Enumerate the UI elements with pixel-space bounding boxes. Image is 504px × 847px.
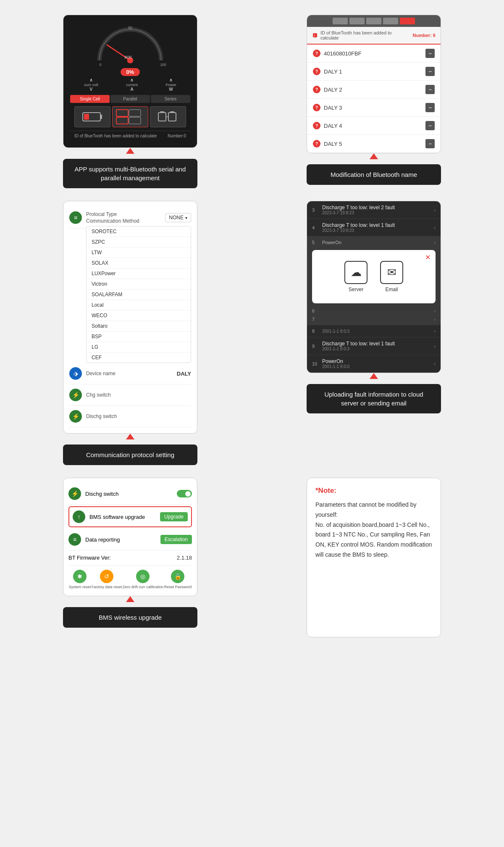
zero-drift-icon: ◎ xyxy=(136,570,150,583)
dropdown-lg[interactable]: LG xyxy=(87,342,191,352)
bt-item-0[interactable]: ? 401608010FBF − xyxy=(307,45,441,63)
battery-single xyxy=(74,106,110,127)
dropdown-solax[interactable]: SOLAX xyxy=(87,258,191,268)
fault-item-3[interactable]: 3 Discharge T too low: level 2 fault 202… xyxy=(307,201,441,219)
dropdown-ltw[interactable]: LTW xyxy=(87,247,191,258)
svg-rect-12 xyxy=(129,117,141,124)
dropdown-local[interactable]: Local xyxy=(87,300,191,310)
proto-type-icon: ≡ xyxy=(69,211,82,224)
phone-frame-1: 0 50 100 SOC 0% ∧ sum volt V ∧ xyxy=(63,15,197,148)
bt-item-1[interactable]: ? DALY 1 − xyxy=(307,63,441,81)
dropdown-szpc[interactable]: SZPC xyxy=(87,237,191,247)
reset-password-item[interactable]: 🔒 Reset Password xyxy=(164,570,192,589)
escalation-btn[interactable]: Escalation xyxy=(160,535,192,544)
fault-item-7[interactable]: 7 › xyxy=(309,315,439,324)
bms-screen: ⚡ Dischg switch ↑ BMS software upgrade U… xyxy=(63,478,197,596)
device-name-row: ⬗ Device name DALY xyxy=(69,363,191,384)
cell-bluetooth-name: ! ID of BlueTooth has been added to calc… xyxy=(252,8,496,195)
bt-item-5[interactable]: ? DALY 5 − xyxy=(307,135,441,153)
cell-multi-bluetooth: 0 50 100 SOC 0% ∧ sum volt V ∧ xyxy=(8,8,252,195)
upload-modal: ✕ ☁ Server ✉ Email xyxy=(312,250,436,303)
dropdown-cef[interactable]: CEF xyxy=(87,352,191,363)
arrow-up-4 xyxy=(370,373,378,379)
soc-value: 0% xyxy=(121,68,140,76)
fault-item-9[interactable]: 9 Discharge T too low: level 1 fault 200… xyxy=(307,337,441,355)
dischg-switch-row: ⚡ Dischg switch xyxy=(69,406,191,427)
caption-2: Modification of Bluetooth name xyxy=(307,164,441,185)
tab-single-cell[interactable]: Single Cell xyxy=(70,95,110,103)
firmware-version: 2.1.18 xyxy=(177,555,192,561)
factory-reset-item[interactable]: ↺ Factory data reset xyxy=(92,570,122,589)
fault-item-6[interactable]: 6 › xyxy=(309,307,439,315)
system-reset-item[interactable]: ✱ System reset xyxy=(69,570,91,589)
dropdown-victron[interactable]: Victron xyxy=(87,279,191,289)
upgrade-btn[interactable]: Upgrade xyxy=(160,512,188,521)
dropdown-weco[interactable]: WECO xyxy=(87,310,191,321)
fault-item-5[interactable]: 5 PowerOn › xyxy=(309,238,439,247)
tab-parallel[interactable]: Parallel xyxy=(110,95,150,103)
protocol-dropdown: SOROTEC SZPC LTW SOLAX LUXPower Victron … xyxy=(86,226,191,363)
note-title: *Note: xyxy=(315,487,432,495)
bt-item-3[interactable]: ? DALY 3 − xyxy=(307,99,441,117)
svg-rect-14 xyxy=(160,111,164,113)
bms-bottom-icons: ✱ System reset ↺ Factory data reset ◎ Ze… xyxy=(68,566,192,591)
dropdown-bsp[interactable]: BSP xyxy=(87,331,191,342)
dischg-icon: ⚡ xyxy=(69,410,82,423)
system-reset-icon: ✱ xyxy=(73,570,87,583)
gauge-tabs: Single Cell Parallel Series xyxy=(70,95,190,103)
server-option[interactable]: ☁ Server xyxy=(344,261,368,292)
tab-series[interactable]: Series xyxy=(151,95,190,103)
bt-device-list: ? 401608010FBF − ? DALY 1 − ? DALY 2 xyxy=(307,45,441,153)
svg-rect-13 xyxy=(158,113,166,121)
cell-note: *Note: Parameters that cannot be modifie… xyxy=(252,471,496,644)
current-label: ∧ current A xyxy=(126,77,138,92)
mini-batt-4 xyxy=(383,18,398,24)
caption-1: APP supports multi-Bluetooth serial and … xyxy=(63,159,197,188)
arrow-up-1 xyxy=(126,148,134,154)
caption-5: BMS wireless upgrade xyxy=(63,607,197,628)
bt-list-top-bar xyxy=(307,15,441,27)
protocol-select[interactable]: NONE ▾ xyxy=(165,213,191,222)
dischg-row: ⚡ Dischg switch xyxy=(68,483,192,505)
arrow-up-3 xyxy=(126,434,134,439)
modal-close-btn[interactable]: ✕ xyxy=(425,253,430,261)
dropdown-luxpower[interactable]: LUXPower xyxy=(87,268,191,279)
bt-item-4[interactable]: ? DALY 4 − xyxy=(307,117,441,135)
fault-item-4[interactable]: 4 Discharge T too low: level 1 fault 202… xyxy=(307,219,441,237)
dropdown-soalarfam[interactable]: SOALARFAM xyxy=(87,289,191,300)
zero-drift-item[interactable]: ◎ Zero drift curr calibration xyxy=(123,570,164,589)
dischg-sw-icon: ⚡ xyxy=(68,487,81,500)
mini-batt-1 xyxy=(333,18,348,24)
dischg-toggle[interactable] xyxy=(177,490,192,497)
bt-item-2[interactable]: ? DALY 2 − xyxy=(307,81,441,99)
fault-item-10[interactable]: 10 PowerOn 2001-1-1 8:0:0 › xyxy=(307,355,441,373)
svg-rect-10 xyxy=(116,117,128,124)
bt-info-row: ID of BlueTooth has been added to calcul… xyxy=(70,131,190,141)
dropdown-soltaro[interactable]: Soltaro xyxy=(87,321,191,331)
svg-rect-8 xyxy=(84,114,89,120)
reset-password-icon: 🔒 xyxy=(171,570,184,583)
modal-icons: ☁ Server ✉ Email xyxy=(344,257,403,297)
server-icon: ☁ xyxy=(344,261,368,284)
fault-screen: 3 Discharge T too low: level 2 fault 202… xyxy=(307,201,441,373)
phone-frame-5: ⚡ Dischg switch ↑ BMS software upgrade U… xyxy=(63,478,197,596)
arrow-up-2 xyxy=(370,153,378,159)
mini-batt-2 xyxy=(349,18,365,24)
power-label: ∧ Power W xyxy=(165,77,176,92)
phone-frame-4: 3 Discharge T too low: level 2 fault 202… xyxy=(307,201,441,373)
mini-batt-5 xyxy=(400,18,415,24)
chg-switch-row: ⚡ Chg switch xyxy=(69,384,191,406)
fault-item-8[interactable]: 8 2001-1-1 8:0:3 › xyxy=(307,325,441,337)
svg-rect-7 xyxy=(100,115,102,119)
bluetooth-icon: ⬗ xyxy=(69,367,82,380)
cell-fault-upload: 3 Discharge T too low: level 2 fault 202… xyxy=(252,195,496,471)
dropdown-sorotec[interactable]: SOROTEC xyxy=(87,226,191,237)
bms-upgrade-row: ↑ BMS software upgrade Upgrade xyxy=(68,506,192,527)
upgrade-icon: ↑ xyxy=(73,510,85,523)
cell-bms-upgrade: ⚡ Dischg switch ↑ BMS software upgrade U… xyxy=(8,471,252,644)
svg-rect-15 xyxy=(168,113,176,121)
email-option[interactable]: ✉ Email xyxy=(380,261,403,292)
cell-protocol: ≡ Protocal Type Communication Method NON… xyxy=(8,195,252,471)
mini-batt-3 xyxy=(366,18,381,24)
device-name-value: DALY xyxy=(177,371,191,377)
